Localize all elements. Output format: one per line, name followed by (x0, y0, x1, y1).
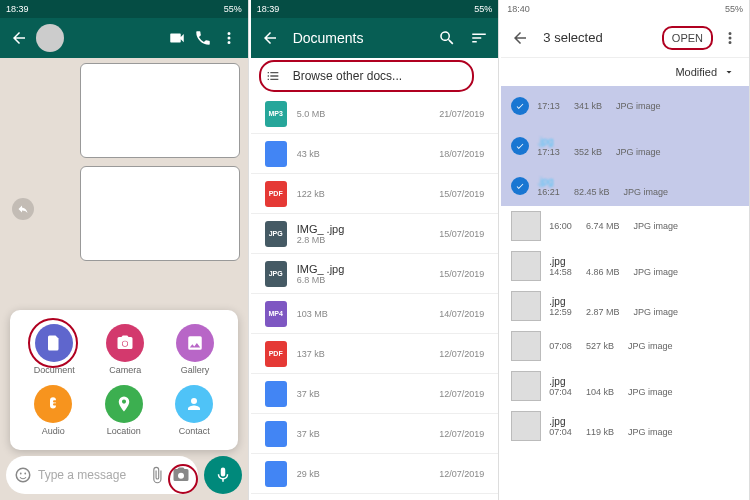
file-date: 12/07/2019 (439, 389, 484, 399)
file-type-icon (265, 461, 287, 487)
file-size: 6.8 MB (297, 275, 430, 285)
panel-file-browser: 18:40 55% 3 selected OPEN Modified 17:13… (501, 0, 750, 500)
attach-gallery[interactable]: Gallery (176, 324, 214, 375)
input-bar: Type a message (6, 456, 242, 494)
audio-icon (34, 385, 72, 423)
file-time: 07:04 (549, 427, 572, 437)
document-row[interactable]: MP35.0 MB21/07/2019 (251, 94, 499, 134)
overflow-icon[interactable] (220, 29, 238, 47)
file-row[interactable]: 07:08527 kBJPG image (501, 326, 749, 366)
file-row[interactable]: .jpg16:2182.45 kBJPG image (501, 166, 749, 206)
attach-document[interactable]: Document (34, 324, 75, 375)
file-size: 527 kB (586, 341, 614, 351)
svg-point-1 (16, 468, 30, 482)
search-icon[interactable] (438, 29, 456, 47)
file-date: 14/07/2019 (439, 309, 484, 319)
contact-icon (175, 385, 213, 423)
file-row[interactable]: .jpg07:04104 kBJPG image (501, 366, 749, 406)
document-row[interactable]: 29 kB12/07/2019 (251, 454, 499, 494)
file-size: 5.0 MB (297, 109, 430, 119)
document-row[interactable]: MP4103 MB14/07/2019 (251, 294, 499, 334)
file-type-icon: PDF (265, 341, 287, 367)
file-thumbnail (511, 331, 541, 361)
panel-documents: 18:39 55% Documents Browse other docs...… (251, 0, 500, 500)
file-date: 15/07/2019 (439, 189, 484, 199)
document-row[interactable]: 37 kB12/07/2019 (251, 414, 499, 454)
emoji-icon[interactable] (14, 466, 32, 484)
file-thumbnail (511, 211, 541, 241)
file-type: JPG image (616, 147, 661, 157)
file-thumbnail (511, 291, 541, 321)
file-size: 119 kB (586, 427, 614, 437)
contact-avatar[interactable] (36, 24, 64, 52)
attach-contact[interactable]: Contact (175, 385, 213, 436)
back-icon[interactable] (10, 29, 28, 47)
file-row[interactable]: .jpg17:13352 kBJPG image (501, 126, 749, 166)
status-icons: 55% (224, 4, 242, 14)
document-row[interactable]: JPGIMG_ .jpg6.8 MB15/07/2019 (251, 254, 499, 294)
back-icon[interactable] (261, 29, 279, 47)
image-bubble[interactable] (80, 63, 240, 158)
voice-call-icon[interactable] (194, 29, 212, 47)
sort-icon[interactable] (470, 29, 488, 47)
check-icon (511, 137, 529, 155)
file-time: 16:21 (537, 187, 560, 197)
file-size: 43 kB (297, 149, 430, 159)
video-call-icon[interactable] (168, 29, 186, 47)
highlight-ring (662, 26, 713, 50)
file-size: 341 kB (574, 101, 602, 111)
sort-dropdown[interactable]: Modified (501, 58, 749, 86)
file-type: JPG image (633, 221, 678, 231)
file-date: 21/07/2019 (439, 109, 484, 119)
forward-icon[interactable] (12, 198, 34, 220)
file-name: .jpg (549, 256, 739, 267)
file-type: JPG image (628, 427, 673, 437)
status-bar: 18:40 55% (501, 0, 749, 18)
documents-list: MP35.0 MB21/07/201943 kB18/07/2019PDF122… (251, 94, 499, 494)
file-row[interactable]: 16:006.74 MBJPG image (501, 206, 749, 246)
check-icon (511, 177, 529, 195)
file-size: 352 kB (574, 147, 602, 157)
file-size: 2.8 MB (297, 235, 430, 245)
highlight-ring (28, 318, 78, 368)
attach-icon[interactable] (148, 466, 166, 484)
file-row[interactable]: .jpg07:04119 kBJPG image (501, 406, 749, 446)
selection-count: 3 selected (543, 30, 653, 45)
file-row[interactable]: 17:13341 kBJPG image (501, 86, 749, 126)
document-row[interactable]: PDF122 kB15/07/2019 (251, 174, 499, 214)
svg-point-0 (123, 341, 128, 346)
document-row[interactable]: 43 kB18/07/2019 (251, 134, 499, 174)
file-name: .jpg (549, 376, 739, 387)
file-size: 37 kB (297, 429, 430, 439)
file-size: 2.87 MB (586, 307, 620, 317)
overflow-icon[interactable] (721, 29, 739, 47)
file-type-icon (265, 381, 287, 407)
file-time: 16:00 (549, 221, 572, 231)
file-date: 12/07/2019 (439, 349, 484, 359)
file-name: IMG_ .jpg (297, 263, 430, 275)
file-date: 15/07/2019 (439, 269, 484, 279)
document-row[interactable]: PDF137 kB12/07/2019 (251, 334, 499, 374)
file-type: JPG image (633, 307, 678, 317)
document-row[interactable]: 37 kB12/07/2019 (251, 374, 499, 414)
file-row[interactable]: .jpg12:592.87 MBJPG image (501, 286, 749, 326)
file-size: 82.45 kB (574, 187, 610, 197)
file-size: 6.74 MB (586, 221, 620, 231)
attach-camera[interactable]: Camera (106, 324, 144, 375)
file-date: 15/07/2019 (439, 229, 484, 239)
file-name: .jpg (549, 416, 739, 427)
check-icon (511, 97, 529, 115)
file-time: 12:59 (549, 307, 572, 317)
file-row[interactable]: .jpg14:584.86 MBJPG image (501, 246, 749, 286)
browse-other-docs[interactable]: Browse other docs... (251, 58, 499, 94)
svg-point-2 (20, 473, 22, 475)
status-bar: 18:39 55% (0, 0, 248, 18)
image-bubble[interactable] (80, 166, 240, 261)
attach-audio[interactable]: Audio (34, 385, 72, 436)
file-type: JPG image (633, 267, 678, 277)
back-icon[interactable] (511, 29, 529, 47)
document-row[interactable]: JPGIMG_ .jpg2.8 MB15/07/2019 (251, 214, 499, 254)
mic-button[interactable] (204, 456, 242, 494)
attach-location[interactable]: Location (105, 385, 143, 436)
open-button[interactable]: OPEN (668, 29, 707, 47)
